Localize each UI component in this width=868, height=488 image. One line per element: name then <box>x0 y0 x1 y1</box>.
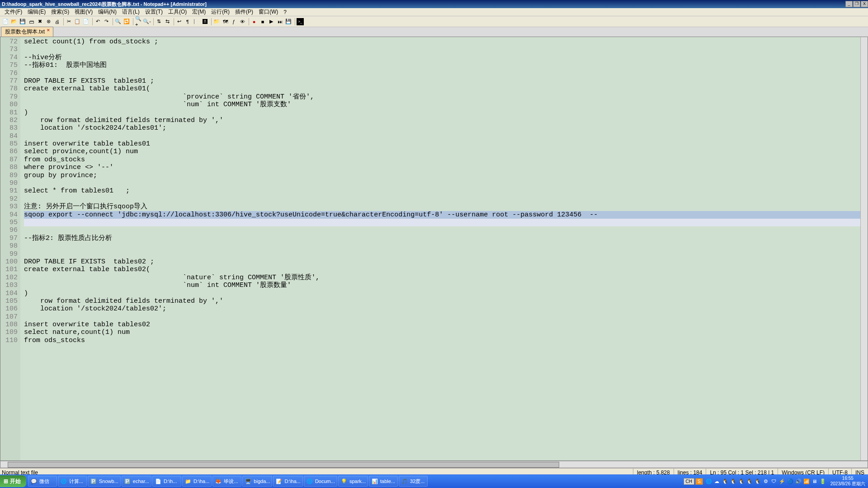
tray-icon[interactable]: 🐧 <box>730 478 736 484</box>
lang-icon[interactable]: 🅰 <box>201 18 208 25</box>
menu-item[interactable]: 工具(O) <box>165 8 189 16</box>
taskbar-item[interactable]: 🦊毕设... <box>212 476 241 487</box>
undo-icon[interactable]: ↶ <box>94 18 101 25</box>
menu-item[interactable]: 运行(R) <box>208 8 232 16</box>
zoom-in-icon[interactable]: 🔍+ <box>135 18 142 25</box>
menu-item[interactable]: ? <box>281 9 289 15</box>
tray-icon[interactable]: 🐧 <box>746 478 753 484</box>
code-line[interactable]: --指标2: 股票性质占比分析 <box>24 235 860 242</box>
code-line[interactable]: create external table tables01( <box>24 85 860 93</box>
code-line[interactable]: ) <box>24 290 860 297</box>
code-line[interactable]: sqoop export --connect 'jdbc:mysql://loc… <box>24 211 860 219</box>
menu-item[interactable]: 编辑(E) <box>25 8 48 16</box>
replace-icon[interactable]: 🔁 <box>123 18 130 25</box>
code-line[interactable] <box>24 250 860 258</box>
start-button[interactable]: ⊞ 开始 <box>0 475 26 487</box>
monitor-icon[interactable]: 👁 <box>239 18 246 25</box>
code-line[interactable]: insert overwrite table tables02 <box>24 321 860 328</box>
code-line[interactable] <box>24 242 860 250</box>
code-line[interactable]: select province,count(1) num <box>24 148 860 155</box>
code-line[interactable]: where province <> '--' <box>24 164 860 171</box>
save-all-icon[interactable]: 🗃 <box>28 18 35 25</box>
new-file-icon[interactable]: 📄 <box>2 18 9 25</box>
code-line[interactable]: `nature` string COMMENT '股票性质', <box>24 274 860 282</box>
taskbar-item[interactable]: 📄D:\h... <box>152 476 181 487</box>
zoom-out-icon[interactable]: 🔍- <box>143 18 151 25</box>
redo-icon[interactable]: ↷ <box>103 18 110 25</box>
menu-item[interactable]: 搜索(S) <box>48 8 72 16</box>
taskbar-item[interactable]: 🌐Docum... <box>304 476 337 487</box>
taskbar-item[interactable]: 🌐计算... <box>58 476 87 487</box>
menu-item[interactable]: 插件(P) <box>232 8 256 16</box>
code-line[interactable]: row format delimited fields terminated b… <box>24 117 860 124</box>
code-line[interactable]: location '/stock2024/tables02'; <box>24 305 860 313</box>
play-icon[interactable]: ▶ <box>268 18 275 25</box>
code-line[interactable]: --hive分析 <box>24 54 860 61</box>
vertical-scrollbar[interactable] <box>860 37 868 460</box>
language-indicator[interactable]: CH <box>684 478 694 485</box>
menu-item[interactable]: 语言(L) <box>119 8 142 16</box>
scrollbar-thumb[interactable] <box>8 462 559 468</box>
cut-icon[interactable]: ✂ <box>65 18 72 25</box>
taskbar-clock[interactable]: 16:55 2023/8/26 星期六 <box>828 476 868 487</box>
code-line[interactable]: location '/stock2024/tables01'; <box>24 124 860 132</box>
close-file-icon[interactable]: ✖ <box>36 18 43 25</box>
code-line[interactable]: `num` int COMMENT '股票支数' <box>24 101 860 108</box>
maximize-button[interactable]: ❐ <box>853 1 860 7</box>
save-macro-icon[interactable]: 💾 <box>285 18 292 25</box>
play-multi-icon[interactable]: ⏭ <box>276 18 283 25</box>
func-list-icon[interactable]: ƒ <box>230 18 237 25</box>
code-line[interactable]: ) <box>24 109 860 117</box>
tray-icon[interactable]: ⚙ <box>763 478 769 484</box>
code-line[interactable]: 注意: 另外开启一个窗口执行sqoop导入 <box>24 203 860 211</box>
find-icon[interactable]: 🔍 <box>114 18 122 25</box>
indent-guide-icon[interactable]: ⎸ <box>193 18 200 25</box>
code-line[interactable]: DROP TABLE IF EXISTS tables01 ; <box>24 77 860 85</box>
taskbar-item[interactable]: 📁D:\ha... <box>182 476 212 487</box>
code-line[interactable]: `province` string COMMENT '省份', <box>24 93 860 101</box>
menu-item[interactable]: 文件(F) <box>2 8 25 16</box>
code-line[interactable] <box>24 226 860 234</box>
code-line[interactable]: from ods_stocks <box>24 156 860 164</box>
code-line[interactable] <box>24 219 860 226</box>
word-wrap-icon[interactable]: ↩ <box>175 18 183 25</box>
menu-item[interactable]: 宏(M) <box>189 8 208 16</box>
taskbar-item[interactable]: 📝D:\ha... <box>273 476 302 487</box>
tray-icon[interactable]: 📶 <box>803 478 810 484</box>
code-line[interactable] <box>24 70 860 77</box>
terminal-icon[interactable]: >_ <box>297 18 304 25</box>
record-icon[interactable]: ● <box>250 18 258 25</box>
code-line[interactable]: row format delimited fields terminated b… <box>24 297 860 305</box>
menu-item[interactable]: 设置(T) <box>142 8 165 16</box>
tray-icon[interactable]: 🔵 <box>787 478 793 484</box>
tray-icon[interactable]: 🐧 <box>755 478 761 484</box>
code-line[interactable]: insert overwrite table tables01 <box>24 140 860 148</box>
tray-icon[interactable]: 🔋 <box>820 478 826 484</box>
code-line[interactable] <box>24 313 860 321</box>
tray-icon[interactable]: 🖥 <box>811 478 818 484</box>
menu-item[interactable]: 视图(V) <box>72 8 95 16</box>
code-line[interactable] <box>24 195 860 203</box>
tray-icon[interactable]: 🛡 <box>771 478 777 484</box>
sync-h-icon[interactable]: ⇆ <box>164 18 171 25</box>
taskbar-item[interactable]: 🅿️Snowb... <box>88 476 121 487</box>
code-line[interactable]: group by province; <box>24 172 860 179</box>
code-line[interactable]: `num` int COMMENT '股票数量' <box>24 282 860 289</box>
tray-icon[interactable]: 🔊 <box>795 478 802 484</box>
code-line[interactable] <box>24 46 860 53</box>
minimize-button[interactable]: _ <box>845 1 853 7</box>
tray-icon[interactable]: ☁ <box>714 478 720 484</box>
all-chars-icon[interactable]: ¶ <box>184 18 191 25</box>
tray-icon[interactable]: 🐧 <box>738 478 745 484</box>
file-tab[interactable]: 股票数仓脚本.txt ✕ <box>1 27 53 37</box>
taskbar-item[interactable]: 📊table... <box>369 476 398 487</box>
open-file-icon[interactable]: 📂 <box>10 18 18 25</box>
code-line[interactable]: select count(1) from ods_stocks ; <box>24 38 860 46</box>
code-line[interactable]: create external table tables02( <box>24 266 860 273</box>
editor[interactable]: 7273747576777879808182838485868788899091… <box>0 37 868 461</box>
tray-icon[interactable]: ⚡ <box>779 478 785 484</box>
code-line[interactable]: select * from tables01 ; <box>24 187 860 195</box>
tray-icon[interactable]: 🌐 <box>706 478 712 484</box>
ime-indicator[interactable]: S <box>695 478 703 485</box>
taskbar-item[interactable]: 💬微信 <box>28 476 57 487</box>
